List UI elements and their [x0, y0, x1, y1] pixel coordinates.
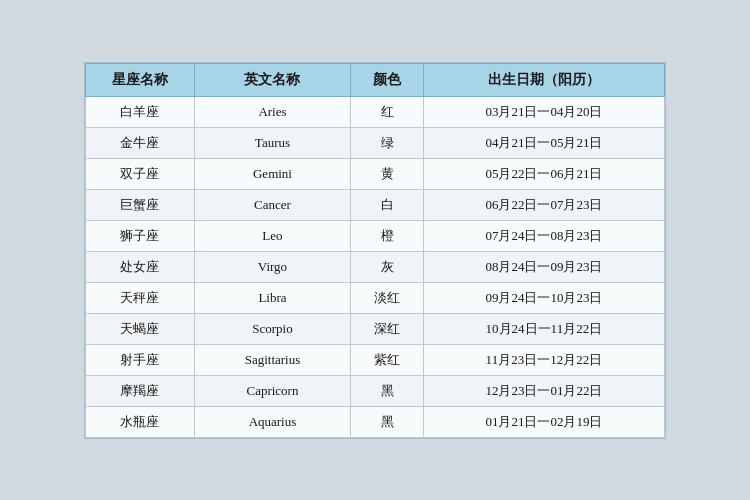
cell-date: 01月21日一02月19日 [423, 406, 664, 437]
cell-en: Gemini [194, 158, 351, 189]
table-row: 天秤座Libra淡红09月24日一10月23日 [86, 282, 665, 313]
cell-date: 11月23日一12月22日 [423, 344, 664, 375]
table-row: 狮子座Leo橙07月24日一08月23日 [86, 220, 665, 251]
table-row: 白羊座Aries红03月21日一04月20日 [86, 96, 665, 127]
cell-en: Sagittarius [194, 344, 351, 375]
cell-color: 橙 [351, 220, 423, 251]
table-row: 天蝎座Scorpio深红10月24日一11月22日 [86, 313, 665, 344]
cell-zh: 天蝎座 [86, 313, 195, 344]
cell-zh: 双子座 [86, 158, 195, 189]
table-body: 白羊座Aries红03月21日一04月20日金牛座Taurus绿04月21日一0… [86, 96, 665, 437]
cell-zh: 天秤座 [86, 282, 195, 313]
cell-zh: 摩羯座 [86, 375, 195, 406]
cell-zh: 巨蟹座 [86, 189, 195, 220]
cell-date: 08月24日一09月23日 [423, 251, 664, 282]
cell-color: 深红 [351, 313, 423, 344]
zodiac-table-container: 星座名称 英文名称 颜色 出生日期（阳历） 白羊座Aries红03月21日一04… [84, 62, 666, 439]
cell-en: Aries [194, 96, 351, 127]
cell-date: 03月21日一04月20日 [423, 96, 664, 127]
cell-color: 灰 [351, 251, 423, 282]
cell-en: Cancer [194, 189, 351, 220]
cell-en: Capricorn [194, 375, 351, 406]
cell-color: 黑 [351, 406, 423, 437]
header-zh: 星座名称 [86, 63, 195, 96]
header-en: 英文名称 [194, 63, 351, 96]
cell-date: 06月22日一07月23日 [423, 189, 664, 220]
cell-date: 05月22日一06月21日 [423, 158, 664, 189]
cell-en: Libra [194, 282, 351, 313]
header-color: 颜色 [351, 63, 423, 96]
cell-color: 淡红 [351, 282, 423, 313]
cell-en: Taurus [194, 127, 351, 158]
table-row: 双子座Gemini黄05月22日一06月21日 [86, 158, 665, 189]
cell-en: Leo [194, 220, 351, 251]
table-row: 射手座Sagittarius紫红11月23日一12月22日 [86, 344, 665, 375]
cell-en: Aquarius [194, 406, 351, 437]
cell-color: 黄 [351, 158, 423, 189]
table-row: 巨蟹座Cancer白06月22日一07月23日 [86, 189, 665, 220]
table-header-row: 星座名称 英文名称 颜色 出生日期（阳历） [86, 63, 665, 96]
cell-color: 紫红 [351, 344, 423, 375]
cell-date: 09月24日一10月23日 [423, 282, 664, 313]
cell-date: 04月21日一05月21日 [423, 127, 664, 158]
cell-date: 12月23日一01月22日 [423, 375, 664, 406]
cell-date: 07月24日一08月23日 [423, 220, 664, 251]
cell-zh: 白羊座 [86, 96, 195, 127]
cell-color: 黑 [351, 375, 423, 406]
cell-zh: 处女座 [86, 251, 195, 282]
zodiac-table: 星座名称 英文名称 颜色 出生日期（阳历） 白羊座Aries红03月21日一04… [85, 63, 665, 438]
table-row: 水瓶座Aquarius黑01月21日一02月19日 [86, 406, 665, 437]
cell-en: Scorpio [194, 313, 351, 344]
cell-en: Virgo [194, 251, 351, 282]
cell-color: 红 [351, 96, 423, 127]
cell-zh: 金牛座 [86, 127, 195, 158]
table-row: 金牛座Taurus绿04月21日一05月21日 [86, 127, 665, 158]
cell-zh: 射手座 [86, 344, 195, 375]
table-row: 摩羯座Capricorn黑12月23日一01月22日 [86, 375, 665, 406]
cell-color: 白 [351, 189, 423, 220]
cell-color: 绿 [351, 127, 423, 158]
table-row: 处女座Virgo灰08月24日一09月23日 [86, 251, 665, 282]
header-date: 出生日期（阳历） [423, 63, 664, 96]
cell-date: 10月24日一11月22日 [423, 313, 664, 344]
cell-zh: 狮子座 [86, 220, 195, 251]
cell-zh: 水瓶座 [86, 406, 195, 437]
